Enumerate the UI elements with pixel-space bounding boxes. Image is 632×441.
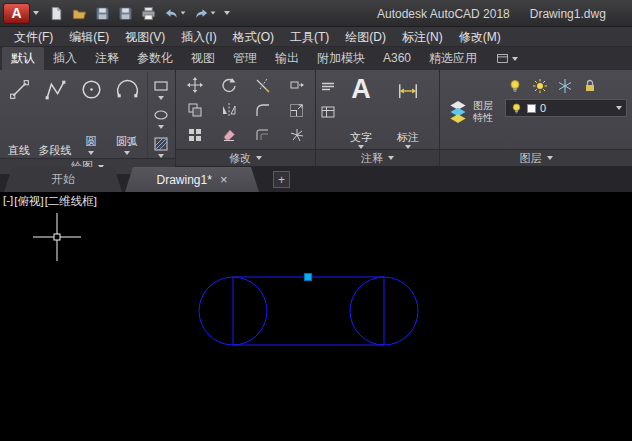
tab-drawing1[interactable]: Drawing1* × [125,167,259,192]
offset-tool-button[interactable] [246,122,280,147]
circle-icon [79,77,104,102]
modify-panel-expander[interactable]: 修改 [176,149,315,166]
ribbon-tab-annotate[interactable]: 注释 [86,47,128,70]
ribbon-tab-output[interactable]: 输出 [266,47,308,70]
move-tool-button[interactable] [178,72,212,97]
menu-file[interactable]: 文件(F) [6,27,61,47]
bulb-icon [507,78,523,94]
rectangle-tool-button[interactable] [153,78,169,100]
ribbon-tab-parametric[interactable]: 参数化 [128,47,182,70]
chevron-down-icon [158,125,164,129]
ribbon-tab-insert[interactable]: 插入 [44,47,86,70]
interface-icon [496,52,509,65]
ellipse-tool-button[interactable] [153,107,169,129]
explode-icon [289,127,305,143]
undo-button[interactable] [161,3,189,23]
polyline-tool-button[interactable]: 多段线 [37,72,73,158]
dimension-tool-label: 标注 [397,130,419,145]
move-icon [187,77,203,93]
save-as-icon [118,6,133,21]
annotation-panel-content: A 文字 标注 [316,70,439,149]
model-space[interactable] [0,192,632,441]
chevron-down-icon [616,106,622,110]
new-drawing-button[interactable]: + [273,171,290,188]
layer-select[interactable]: 0 [505,99,627,117]
circle-tool-button[interactable]: 圆 [73,72,109,158]
mtext-tool-button[interactable] [320,80,336,96]
menu-dimension[interactable]: 标注(N) [394,27,451,47]
rotate-tool-button[interactable] [212,72,246,97]
layers-panel-title: 图层 [520,151,542,166]
hatch-tool-button[interactable] [153,136,169,158]
menu-format[interactable]: 格式(O) [225,27,282,47]
layer-properties-button[interactable]: 图层特性 [441,72,503,149]
redo-button[interactable] [191,3,219,23]
save-button[interactable] [92,3,113,23]
plot-icon [141,6,156,21]
annotation-panel-expander[interactable]: 注释 [316,149,439,166]
text-tool-button[interactable]: A 文字 [339,72,383,149]
mirror-tool-button[interactable] [212,97,246,122]
trim-tool-button[interactable] [246,72,280,97]
layer-on-button[interactable] [507,78,523,94]
interface-options-button[interactable] [496,47,518,70]
ribbon-tab-home[interactable]: 默认 [2,47,44,70]
plot-button[interactable] [138,3,159,23]
menu-view[interactable]: 视图(V) [117,27,173,47]
save-as-button[interactable] [115,3,136,23]
array-tool-button[interactable] [178,122,212,147]
mirror-icon [221,102,237,118]
table-icon [320,104,336,120]
menu-edit[interactable]: 编辑(E) [61,27,117,47]
layers-icon [447,100,469,124]
close-tab-icon[interactable]: × [220,173,228,186]
view-control[interactable]: [俯视] [14,194,43,209]
ribbon-tab-addins[interactable]: 附加模块 [308,47,374,70]
layers-panel: 图层特性 0 [440,70,632,166]
erase-tool-button[interactable] [212,122,246,147]
open-file-button[interactable] [69,3,90,23]
menu-draw[interactable]: 绘图(D) [337,27,394,47]
menu-tools[interactable]: 工具(T) [282,27,337,47]
grip-handle[interactable] [305,274,312,281]
line-tool-button[interactable]: 直线 [1,72,37,158]
ribbon-tab-featured[interactable]: 精选应用 [420,47,486,70]
menubar: 文件(F)编辑(E)视图(V)插入(I)格式(O)工具(T)绘图(D)标注(N)… [0,27,632,47]
visual-style-control[interactable]: [二维线框] [45,194,97,209]
explode-tool-button[interactable] [280,122,314,147]
layer-freeze-button[interactable] [557,78,573,94]
scale-tool-button[interactable] [280,97,314,122]
stretch-tool-button[interactable] [280,72,314,97]
fillet-tool-button[interactable] [246,97,280,122]
circle-tool-label: 圆 [86,134,97,149]
menu-modify[interactable]: 修改(M) [451,27,509,47]
arc-icon [115,77,140,102]
ribbon-tab-a360[interactable]: A360 [374,47,420,70]
chevron-down-icon [211,11,216,14]
dimension-tool-button[interactable]: 标注 [383,72,433,149]
app-logo-button[interactable]: A [0,3,39,24]
table-tool-button[interactable] [320,104,336,120]
qat-dropdown-button[interactable] [221,3,233,23]
drawing-canvas[interactable]: [-][俯视][二维线框] [0,192,632,441]
ribbon-tab-view[interactable]: 视图 [182,47,224,70]
layer-thaw-button[interactable] [532,78,548,94]
viewport-controls: [-][俯视][二维线框] [3,194,98,209]
layer-lock-button[interactable] [582,78,598,94]
text-tool-label: 文字 [350,130,372,145]
layers-panel-expander[interactable]: 图层 [440,149,632,166]
tab-start[interactable]: 开始 [4,167,122,192]
copy-tool-button[interactable] [178,97,212,122]
chevron-down-icon [181,11,186,14]
layer-color-swatch [527,104,536,113]
scale-icon [289,102,305,118]
viewport-menu-control[interactable]: [-] [3,194,13,209]
sun-icon [532,78,548,94]
rectangle-icon [153,78,169,94]
chevron-down-icon [33,11,39,15]
new-file-button[interactable] [46,3,67,23]
arc-tool-button[interactable]: 圆弧 [109,72,145,158]
menu-insert[interactable]: 插入(I) [173,27,224,47]
ribbon-tab-manage[interactable]: 管理 [224,47,266,70]
autocad-window: A Autodesk AutoCAD 2018 Drawing1.dwg 文件(… [0,0,632,441]
